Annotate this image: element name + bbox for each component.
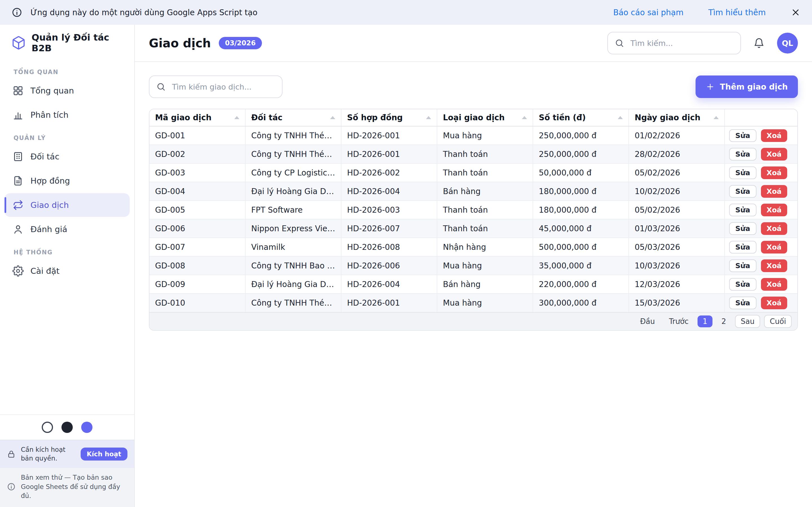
pagination: ĐầuTrước12SauCuối [635,315,792,328]
pagination-first[interactable]: Đầu [635,316,660,327]
cell-id: GD-002 [149,145,245,163]
delete-button[interactable]: Xoá [761,185,787,198]
delete-button[interactable]: Xoá [761,222,787,235]
cell-amount: 250,000,000 đ [533,145,629,163]
notifications-button[interactable] [748,33,770,54]
pagination-next[interactable]: Sau [735,315,760,328]
cell-partner: Công ty TNHH Bao bì ... [245,256,341,275]
edit-button[interactable]: Sửa [729,129,756,142]
edit-button[interactable]: Sửa [729,260,756,272]
cell-date: 10/02/2026 [629,182,725,201]
sidebar-item-tong-quan[interactable]: Tổng quan [4,79,130,103]
pagination-page-1[interactable]: 1 [698,316,712,327]
lock-icon [7,450,16,459]
column-header[interactable]: Đối tác [245,109,341,126]
edit-button[interactable]: Sửa [729,278,756,291]
search-icon [156,82,166,92]
cell-id: GD-007 [149,238,245,256]
column-header[interactable]: Loại giao dịch [437,109,533,126]
table-footer: ĐầuTrước12SauCuối [149,312,797,330]
nav-section-label: HỆ THỐNG [13,249,121,256]
cell-type: Thanh toán [437,219,533,238]
cell-type: Mua hàng [437,126,533,145]
add-transaction-button[interactable]: Thêm giao dịch [696,75,798,98]
content: Thêm giao dịch Mã giao dịchĐối tácSố hợp… [135,62,812,507]
sort-asc-icon[interactable] [714,116,719,119]
sidebar-item-label: Phân tích [31,110,68,120]
transactions-table: Mã giao dịchĐối tácSố hợp đồngLoại giao … [149,109,797,312]
delete-button[interactable]: Xoá [761,260,787,272]
cell-contract: HD-2026-001 [341,293,437,312]
global-search-input[interactable] [629,38,733,48]
toolbar: Thêm giao dịch [149,75,798,98]
edit-button[interactable]: Sửa [729,148,756,161]
learn-more-link[interactable]: Tìm hiểu thêm [708,8,766,17]
activate-button[interactable]: Kích hoạt [81,448,128,460]
cell-amount: 250,000,000 đ [533,126,629,145]
sidebar-item-phan-tich[interactable]: Phân tích [4,103,130,127]
cell-amount: 500,000,000 đ [533,238,629,256]
sidebar-bottom: Cần kích hoạt bản quyền. Kích hoạt Bản x… [0,414,134,507]
cell-date: 01/03/2026 [629,219,725,238]
cell-partner: Đại lý Hoàng Gia Distri... [245,275,341,293]
transaction-search-input[interactable] [171,82,275,92]
cell-contract: HD-2026-008 [341,238,437,256]
column-header[interactable]: Số tiền (đ) [533,109,629,126]
sidebar-item-cai-dat[interactable]: Cài đặt [4,259,130,283]
sort-asc-icon[interactable] [426,116,431,119]
app-logo-icon [11,36,26,50]
pagination-prev[interactable]: Trước [664,316,694,327]
delete-button[interactable]: Xoá [761,129,787,142]
theme-swatch-light[interactable] [42,421,53,433]
delete-button[interactable]: Xoá [761,204,787,216]
report-abuse-link[interactable]: Báo cáo sai phạm [613,8,683,17]
cell-id: GD-005 [149,201,245,219]
close-icon[interactable] [791,7,801,17]
sidebar-item-giao-dich[interactable]: Giao dịch [4,193,130,217]
edit-button[interactable]: Sửa [729,204,756,216]
app-shell: Quản lý Đối tác B2B TỔNG QUANTổng quanPh… [0,25,812,507]
sort-asc-icon[interactable] [618,116,623,119]
user-icon [12,224,24,235]
table-row: GD-003Công ty CP Logistics G...HD-2026-0… [149,163,797,182]
table-row: GD-009Đại lý Hoàng Gia Distri...HD-2026-… [149,275,797,293]
license-text: Cần kích hoạt bản quyền. [21,445,75,463]
sort-asc-icon[interactable] [522,116,527,119]
delete-button[interactable]: Xoá [761,241,787,253]
cell-contract: HD-2026-004 [341,275,437,293]
cell-id: GD-010 [149,293,245,312]
edit-button[interactable]: Sửa [729,297,756,309]
edit-button[interactable]: Sửa [729,166,756,179]
sidebar-item-doi-tac[interactable]: Đối tác [4,145,130,168]
pagination-last[interactable]: Cuối [764,315,792,328]
theme-switcher [0,414,134,440]
column-header[interactable]: Mã giao dịch [149,109,245,126]
column-header[interactable]: Số hợp đồng [341,109,437,126]
edit-button[interactable]: Sửa [729,185,756,198]
cell-id: GD-006 [149,219,245,238]
table-row: GD-010Công ty TNHH Thép H...HD-2026-001M… [149,293,797,312]
avatar[interactable]: QL [777,33,798,54]
period-badge: 03/2026 [219,37,262,49]
sidebar-item-danh-gia[interactable]: Đánh giá [4,217,130,241]
sidebar-item-label: Cài đặt [31,266,59,276]
search-icon [615,38,624,48]
cell-id: GD-004 [149,182,245,201]
table-body: GD-001Công ty TNHH Thép H...HD-2026-001M… [149,126,797,312]
delete-button[interactable]: Xoá [761,148,787,161]
cell-date: 05/02/2026 [629,163,725,182]
theme-swatch-dark[interactable] [61,421,73,433]
delete-button[interactable]: Xoá [761,297,787,309]
sidebar-item-hop-dong[interactable]: Hợp đồng [4,169,130,193]
sort-asc-icon[interactable] [234,116,239,119]
edit-button[interactable]: Sửa [729,241,756,253]
info-icon [7,482,16,491]
info-icon[interactable] [11,7,22,18]
column-header[interactable]: Ngày giao dịch [629,109,725,126]
pagination-page-2[interactable]: 2 [716,316,731,327]
theme-swatch-purple[interactable] [81,421,93,433]
sort-asc-icon[interactable] [330,116,335,119]
delete-button[interactable]: Xoá [761,166,787,179]
delete-button[interactable]: Xoá [761,278,787,291]
edit-button[interactable]: Sửa [729,222,756,235]
